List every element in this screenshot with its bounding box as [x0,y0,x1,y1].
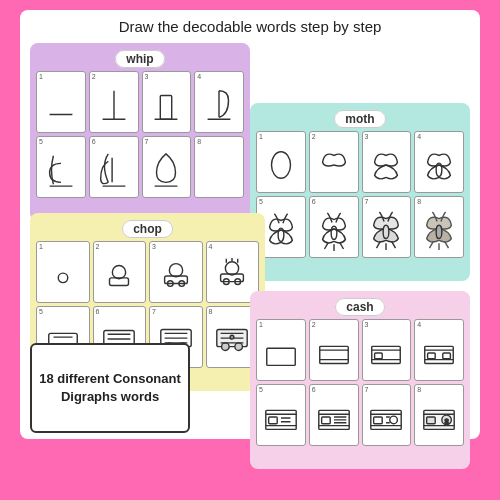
svg-point-60 [230,335,234,339]
main-container: Draw the decodable words step by step wh… [20,10,480,439]
table-row: 3 [142,71,192,133]
svg-rect-74 [266,410,296,429]
table-row: 6 [309,196,359,258]
table-row: 1 [36,241,90,303]
moth-label: moth [256,109,464,127]
svg-point-91 [390,416,398,424]
table-row: 7 [362,196,412,258]
svg-rect-90 [374,417,383,424]
table-row: 5 [256,384,306,446]
card-whip: whip 1 2 [30,43,250,221]
svg-point-56 [235,343,243,351]
table-row: 8 [414,196,464,258]
table-row: 4 [194,71,244,133]
table-row: 2 [93,241,147,303]
svg-point-13 [331,226,337,239]
table-row: 1 [256,319,306,381]
table-row: 6 [309,384,359,446]
table-row: 7 [362,384,412,446]
table-row: 3 [362,131,412,193]
table-row: 7 [142,136,192,198]
svg-point-25 [58,273,68,283]
whip-grid: 1 2 [36,71,244,198]
svg-rect-3 [161,96,172,120]
whip-label: whip [36,49,244,67]
svg-rect-77 [269,417,278,424]
svg-rect-73 [443,353,451,359]
table-row: 3 [149,241,203,303]
info-box: 18 different Consonant Digraphs words [30,343,190,433]
svg-rect-68 [375,353,383,359]
svg-rect-61 [267,348,296,365]
card-moth: moth 1 2 [250,103,470,281]
svg-point-28 [169,264,182,277]
svg-point-32 [226,262,239,275]
svg-point-17 [384,225,390,238]
table-row: 4 [414,131,464,193]
svg-point-55 [222,343,230,351]
card-cash: cash 1 2 [250,291,470,469]
svg-rect-65 [372,346,401,363]
info-text: 18 different Consonant Digraphs words [38,370,182,406]
svg-text:$: $ [445,418,449,425]
main-title: Draw the decodable words step by step [30,18,470,35]
table-row: 8 [194,136,244,198]
table-row: 1 [256,131,306,193]
svg-point-21 [436,225,442,238]
table-row: 4 [414,319,464,381]
table-row: 8 $ [414,384,464,446]
table-row: 5 [36,136,86,198]
moth-grid: 1 2 [256,131,464,258]
table-row: 2 [309,319,359,381]
svg-point-10 [271,152,290,179]
table-row: 1 [36,71,86,133]
svg-rect-87 [371,410,401,429]
cards-area: whip 1 2 [30,43,470,433]
cash-grid: 1 2 [256,319,464,446]
table-row: 3 [362,319,412,381]
svg-rect-83 [321,417,330,424]
svg-rect-97 [427,417,436,424]
table-row: 2 [89,71,139,133]
svg-rect-72 [428,353,436,359]
svg-rect-62 [319,346,348,363]
table-row: 6 [89,136,139,198]
table-row: 2 [309,131,359,193]
chop-label: chop [36,219,259,237]
svg-rect-69 [425,346,454,363]
cash-label: cash [256,297,464,315]
svg-point-26 [113,266,126,279]
